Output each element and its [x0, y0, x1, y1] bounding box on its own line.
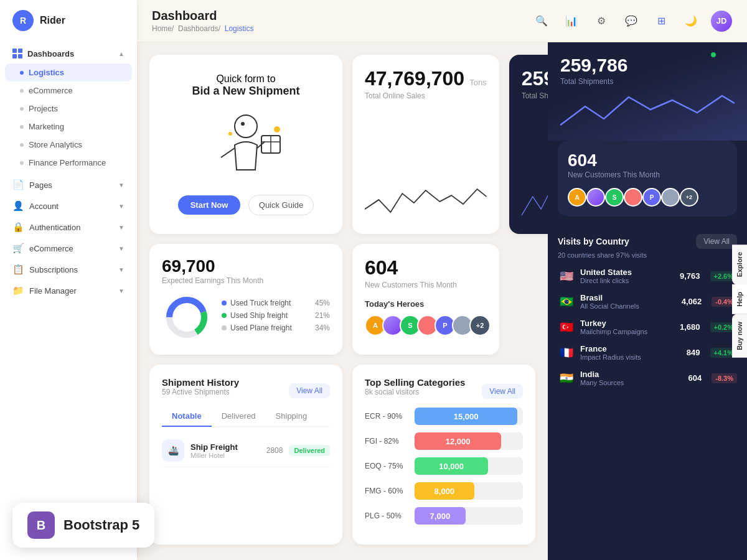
dark-customers-card: 604 New Customers This Month A S P +2: [558, 141, 737, 217]
sidebar-item-finance[interactable]: Finance Performance: [0, 154, 137, 172]
sidebar-item-filemanager[interactable]: 📁 File Manager ▼: [0, 280, 137, 301]
settings-icon[interactable]: ⚙: [591, 11, 611, 31]
history-item-id: 2808: [266, 446, 283, 455]
sidebar-item-pages[interactable]: 📄 Pages ▼: [0, 174, 137, 195]
bar-fill-plg: 7,000: [415, 507, 466, 525]
legend-ship: Used Ship freight 21%: [222, 311, 330, 320]
dark-shipments-label: Total Shipments: [560, 77, 735, 86]
bar-fill-fgi: 12,000: [415, 432, 501, 450]
flag-tr: 🇹🇷: [558, 320, 575, 334]
country-name-tr: Turkey: [580, 319, 675, 328]
grid-view-icon[interactable]: ⊞: [651, 11, 671, 31]
svg-point-0: [235, 115, 257, 138]
donut-section: Used Truck freight 45% Used Ship freight…: [162, 292, 330, 342]
start-now-button[interactable]: Start Now: [178, 195, 241, 215]
dark-customers-label: New Customers This Month: [568, 170, 727, 179]
dot-icon: [20, 125, 24, 129]
shipment-history-card: Shipment History 59 Active Shipments Vie…: [149, 365, 342, 544]
dark-mode-icon[interactable]: 🌙: [681, 11, 701, 31]
bootstrap-icon: B: [27, 511, 55, 539]
tab-notable[interactable]: Notable: [162, 406, 212, 427]
country-info-in: India Many Sources: [580, 370, 684, 386]
bar-track-eoq: 10,000: [415, 457, 523, 475]
search-icon[interactable]: 🔍: [532, 11, 552, 31]
total-sales-number: 47,769,700: [365, 67, 464, 90]
shipment-bid-card: Quick form to Bid a New Shipment: [149, 55, 342, 234]
auth-icon: 🔒: [12, 222, 24, 233]
heroes-label: Today's Heroes: [365, 299, 487, 309]
pages-icon: 📄: [12, 179, 24, 190]
header: Dashboard Home/ Dashboards/ Logistics 🔍 …: [137, 0, 747, 42]
countries-view-all-button[interactable]: View All: [696, 234, 737, 249]
svg-point-1: [241, 122, 245, 126]
dark-avatar-more: +2: [680, 188, 698, 207]
history-view-all-button[interactable]: View All: [289, 383, 330, 398]
top-row: Quick form to Bid a New Shipment: [149, 55, 535, 234]
bar-label-ecr: ECR - 90%: [365, 412, 408, 421]
sidebar-item-account[interactable]: 👤 Account ▼: [0, 195, 137, 217]
chevron-down-icon: ▼: [118, 203, 125, 210]
country-row-tr: 🇹🇷 Turkey Mailchimp Campaigns 1,680 +0.2…: [558, 319, 737, 335]
legend: Used Truck freight 45% Used Ship freight…: [222, 299, 330, 336]
quick-guide-button[interactable]: Quick Guide: [248, 195, 314, 215]
explore-tab[interactable]: Explore: [732, 245, 747, 284]
dark-avatar-a: A: [568, 188, 586, 207]
sidebar-item-store-analytics[interactable]: Store Analytics: [0, 136, 137, 154]
dashboards-header[interactable]: Dashboards ▲: [0, 44, 137, 63]
flag-us: 🇺🇸: [558, 269, 575, 283]
plane-dot: [222, 325, 227, 330]
shipments-chart: [522, 178, 548, 222]
bootstrap-text: Bootstrap 5: [63, 517, 139, 533]
customers-card: 604 New Customers This Month Today's Her…: [352, 244, 499, 355]
shipment-illustration: [202, 108, 289, 182]
selling-view-all-button[interactable]: View All: [482, 384, 523, 399]
country-source-br: All Social Channels: [580, 302, 677, 310]
bar-label-fmg: FMG - 60%: [365, 487, 408, 495]
chart-icon[interactable]: 📊: [561, 11, 581, 31]
sidebar-item-logistics[interactable]: Logistics: [5, 63, 132, 82]
bar-label-eoq: EOQ - 75%: [365, 462, 408, 470]
bar-label-plg: PLG - 50%: [365, 511, 408, 520]
message-icon[interactable]: 💬: [621, 11, 641, 31]
tab-shipping[interactable]: Shipping: [266, 406, 317, 427]
right-panel: Explore Help Buy now 259,786 Total Shipm…: [548, 42, 747, 560]
sidebar-item-ecommerce2[interactable]: 🛒 eCommerce ▼: [0, 238, 137, 259]
auth-label: Authentication: [29, 223, 80, 232]
dot-icon: [20, 71, 24, 75]
help-tab[interactable]: Help: [732, 284, 747, 314]
bot-row: Shipment History 59 Active Shipments Vie…: [149, 365, 535, 544]
country-source-fr: Impact Radius visits: [580, 353, 682, 361]
earnings-number: 69,700: [162, 256, 330, 276]
buy-now-tab[interactable]: Buy now: [732, 314, 747, 358]
sidebar-item-projects[interactable]: Projects: [0, 100, 137, 118]
chevron-down-icon: ▼: [118, 245, 125, 252]
logo[interactable]: R Rider: [0, 10, 137, 44]
avatar[interactable]: JD: [711, 11, 732, 32]
chevron-up-icon: ▲: [118, 50, 125, 57]
bar-label-fgi: FGI - 82%: [365, 437, 408, 446]
sidebar-item-marketing[interactable]: Marketing: [0, 118, 137, 136]
sidebar-item-ecommerce[interactable]: eCommerce: [0, 82, 137, 100]
chevron-down-icon: ▼: [118, 182, 125, 189]
dark-avatar-4: [624, 188, 642, 207]
sidebar-item-authentication[interactable]: 🔒 Authentication ▼: [0, 217, 137, 238]
sidebar-item-subscriptions[interactable]: 📋 Subscriptions ▼: [0, 259, 137, 280]
country-name-in: India: [580, 370, 684, 379]
flag-fr: 🇫🇷: [558, 346, 575, 360]
history-sub: 59 Active Shipments: [162, 388, 239, 396]
dot-icon: [20, 89, 24, 93]
pages-label: Pages: [29, 180, 52, 190]
total-sales-unit: Tons: [469, 78, 486, 87]
shipment-btns: Start Now Quick Guide: [178, 195, 314, 215]
customers-number: 604: [365, 256, 487, 279]
dot-icon: [20, 161, 24, 165]
countries-sub: 20 countries share 97% visits: [558, 251, 737, 259]
bar-plg: PLG - 50% 7,000: [365, 507, 523, 525]
header-right: 🔍 📊 ⚙ 💬 ⊞ 🌙 JD: [532, 11, 732, 32]
bar-track-ecr: 15,000: [415, 408, 523, 425]
tab-delivered[interactable]: Delivered: [212, 406, 266, 427]
dark-avatar-s: S: [605, 188, 624, 207]
country-info-us: United States Direct link clicks: [580, 268, 675, 284]
dot-icon: [20, 143, 24, 147]
bar-fgi: FGI - 82% 12,000: [365, 432, 523, 450]
